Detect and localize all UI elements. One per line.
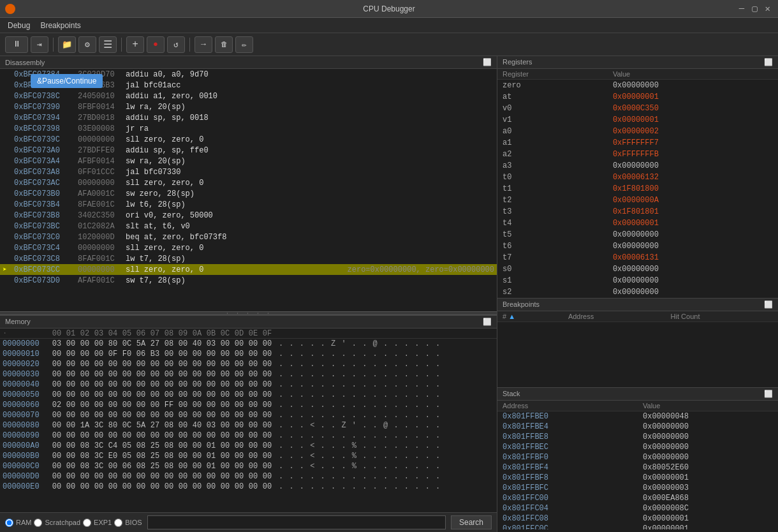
disasm-row[interactable]: 0xBFC07390 8FBF0014 lw ra, 20(sp) <box>0 101 497 112</box>
memory-row[interactable]: 00000060 0200000000000000FF0000000000000… <box>0 400 497 410</box>
registers-expand[interactable]: ⬜ <box>764 58 773 66</box>
mem-byte: 00 <box>50 441 63 450</box>
stack-row[interactable]: 0x801FFBF0 0x00000000 <box>497 452 778 462</box>
memory-row[interactable]: 000000C0 0000083C00060825080000010000000… <box>0 461 497 471</box>
stack-row[interactable]: 0x801FFC0C 0x00000001 <box>497 524 778 529</box>
disasm-row[interactable]: 0xBFC073C0 1020000D beq at, zero, bfc073… <box>0 232 497 242</box>
disasm-row[interactable]: 0xBFC073D0 AFAF001C sw t7, 28(sp) <box>0 275 497 286</box>
scratchpad-label[interactable]: Scratchpad <box>45 519 80 526</box>
memory-search-button[interactable]: Search <box>451 515 492 529</box>
memory-content[interactable]: · 000102030405060708090A0B0C0D0E0F 00000… <box>0 329 497 512</box>
menu-debug[interactable]: Debug <box>3 20 35 31</box>
disasm-row[interactable]: 0xBFC073A4 AFBF0014 sw ra, 20(sp) <box>0 156 497 166</box>
delete-btn[interactable]: 🗑 <box>215 36 233 53</box>
bios-label[interactable]: BIOS <box>125 519 142 526</box>
exp1-label[interactable]: EXP1 <box>94 519 112 526</box>
register-row[interactable]: at 0x00000001 <box>497 91 778 103</box>
pause-btn[interactable]: ⏸ <box>5 36 28 53</box>
register-row[interactable]: s2 0x00000000 <box>497 286 778 295</box>
disassembly-expand[interactable]: ⬜ <box>483 58 492 66</box>
disassembly-content[interactable]: 0xBFC07384 3C029D70 addiu a0, a0, 9d70 0… <box>0 69 497 309</box>
stack-row[interactable]: 0x801FFBF4 0x80052E60 <box>497 462 778 473</box>
exp1-radio[interactable] <box>83 519 91 527</box>
register-row[interactable]: a2 0xFFFFFFFB <box>497 149 778 160</box>
disasm-row[interactable]: 0xBFC073B8 3402C350 ori v0, zero, 50000 <box>0 210 497 221</box>
disasm-row[interactable]: 0xBFC073A0 27BDFFE0 addiu sp, sp, ffe0 <box>0 145 497 156</box>
settings-btn[interactable]: ⚙ <box>78 36 96 53</box>
register-row[interactable]: a3 0x00000000 <box>497 160 778 172</box>
memory-row[interactable]: 000000B0 0000083CE0050825080000010000000… <box>0 451 497 461</box>
register-row[interactable]: t2 0x0000000A <box>497 195 778 206</box>
step-btn[interactable]: ⇥ <box>31 36 48 53</box>
memory-row[interactable]: 000000A0 0000083CC4050825080000010000000… <box>0 441 497 451</box>
register-row[interactable]: s0 0x00000000 <box>497 263 778 275</box>
window-controls[interactable]: — ▢ ✕ <box>737 3 773 14</box>
stack-row[interactable]: 0x801FFC08 0x00000001 <box>497 514 778 524</box>
stack-row[interactable]: 0x801FFBE0 0x00000048 <box>497 411 778 422</box>
ram-radio[interactable] <box>5 519 13 527</box>
maximize-btn[interactable]: ▢ <box>749 3 760 14</box>
register-row[interactable]: s1 0x00000000 <box>497 275 778 286</box>
list-btn[interactable]: ☰ <box>99 36 117 53</box>
memory-row[interactable]: 00000070 0000000000000000000000000000000… <box>0 410 497 420</box>
minimize-btn[interactable]: — <box>737 3 747 14</box>
register-row[interactable]: t0 0x00006132 <box>497 172 778 183</box>
stack-row[interactable]: 0x801FFBF8 0x00000001 <box>497 473 778 483</box>
stack-expand[interactable]: ⬜ <box>764 390 773 398</box>
register-row[interactable]: a1 0xFFFFFFF7 <box>497 137 778 149</box>
disasm-row[interactable]: 0xBFC07394 27BD0018 addiu sp, sp, 0018 <box>0 112 497 123</box>
disasm-row[interactable]: 0xBFC073C8 8FAF001C lw t7, 28(sp) <box>0 253 497 264</box>
pause-continue-tooltip[interactable]: &Pause/Continue <box>31 74 103 88</box>
register-row[interactable]: t4 0x00000001 <box>497 218 778 229</box>
memory-row[interactable]: 00000080 00001A3C800C5A27080040030000000… <box>0 420 497 431</box>
stack-row[interactable]: 0x801FFBE8 0x00000000 <box>497 432 778 442</box>
add-btn[interactable]: + <box>126 36 144 53</box>
memory-row[interactable]: 00000020 0000000000000000000000000000000… <box>0 359 497 369</box>
register-row[interactable]: v0 0x0000C350 <box>497 103 778 114</box>
register-row[interactable]: a0 0x00000002 <box>497 126 778 137</box>
open-btn[interactable]: 📁 <box>58 36 76 53</box>
scratchpad-radio[interactable] <box>34 519 42 527</box>
register-row[interactable]: v1 0x00000001 <box>497 114 778 126</box>
stack-row[interactable]: 0x801FFC00 0x000EA868 <box>497 493 778 503</box>
disasm-row[interactable]: ➤ 0xBFC073CC 00000000 sll zero, zero, 0 … <box>0 264 497 275</box>
disasm-row[interactable]: 0xBFC0739C 00000000 sll zero, zero, 0 <box>0 134 497 145</box>
disasm-row[interactable]: 0xBFC07398 03E00008 jr ra <box>0 123 497 134</box>
memory-row[interactable]: 00000040 0000000000000000000000000000000… <box>0 380 497 390</box>
bios-radio[interactable] <box>114 519 122 527</box>
memory-row[interactable]: 00000090 0000000000000000000000000000000… <box>0 431 497 441</box>
register-row[interactable]: t6 0x00000000 <box>497 240 778 252</box>
breakpoints-expand[interactable]: ⬜ <box>764 300 773 309</box>
disasm-row[interactable]: 0xBFC073C4 00000000 sll zero, zero, 0 <box>0 242 497 253</box>
memory-row[interactable]: 00000000 03000000800C5A27080040030000000… <box>0 339 497 349</box>
disasm-row[interactable]: 0xBFC073A8 0FF01CCC jal bfc07330 <box>0 166 497 177</box>
close-btn[interactable]: ✕ <box>763 3 773 14</box>
memory-row[interactable]: 00000050 0000000000000000000000000000000… <box>0 390 497 400</box>
goto-btn[interactable]: → <box>194 36 212 53</box>
stack-row[interactable]: 0x801FFBEC 0x00000000 <box>497 442 778 452</box>
register-row[interactable]: zero 0x00000000 <box>497 80 778 92</box>
register-row[interactable]: t7 0x00006131 <box>497 252 778 263</box>
register-row[interactable]: t3 0x1F801801 <box>497 206 778 218</box>
disasm-row[interactable]: 0xBFC073BC 01C2082A slt at, t6, v0 <box>0 221 497 232</box>
disasm-row[interactable]: 0xBFC0738C 24050010 addiu a1, zero, 0010 <box>0 91 497 101</box>
register-row[interactable]: t1 0x1F801800 <box>497 183 778 195</box>
memory-row[interactable]: 000000E0 0000000000000000000000000000000… <box>0 482 497 492</box>
stack-row[interactable]: 0x801FFC04 0x0000008C <box>497 503 778 514</box>
stack-row[interactable]: 0x801FFBE4 0x00000000 <box>497 422 778 432</box>
memory-search-input[interactable] <box>147 515 446 529</box>
disasm-row[interactable]: 0xBFC073B4 8FAE001C lw t6, 28(sp) <box>0 199 497 210</box>
stack-row[interactable]: 0x801FFBFC 0x00000003 <box>497 483 778 493</box>
ram-label[interactable]: RAM <box>16 519 31 526</box>
register-row[interactable]: t5 0x00000000 <box>497 229 778 240</box>
record-btn[interactable]: ● <box>147 36 165 53</box>
disasm-row[interactable]: 0xBFC073AC 00000000 sll zero, zero, 0 <box>0 177 497 188</box>
memory-row[interactable]: 00000030 0000000000000000000000000000000… <box>0 369 497 380</box>
disasm-row[interactable]: 0xBFC073B0 AFA0001C sw zero, 28(sp) <box>0 188 497 199</box>
rewind-btn[interactable]: ↺ <box>167 36 185 53</box>
edit-btn[interactable]: ✏ <box>235 36 253 53</box>
menu-breakpoints[interactable]: Breakpoints <box>35 20 85 31</box>
memory-row[interactable]: 00000010 000000000FF006B3000000000000000… <box>0 349 497 359</box>
memory-row[interactable]: 000000D0 0000000000000000000000000000000… <box>0 471 497 482</box>
memory-expand[interactable]: ⬜ <box>483 318 492 326</box>
